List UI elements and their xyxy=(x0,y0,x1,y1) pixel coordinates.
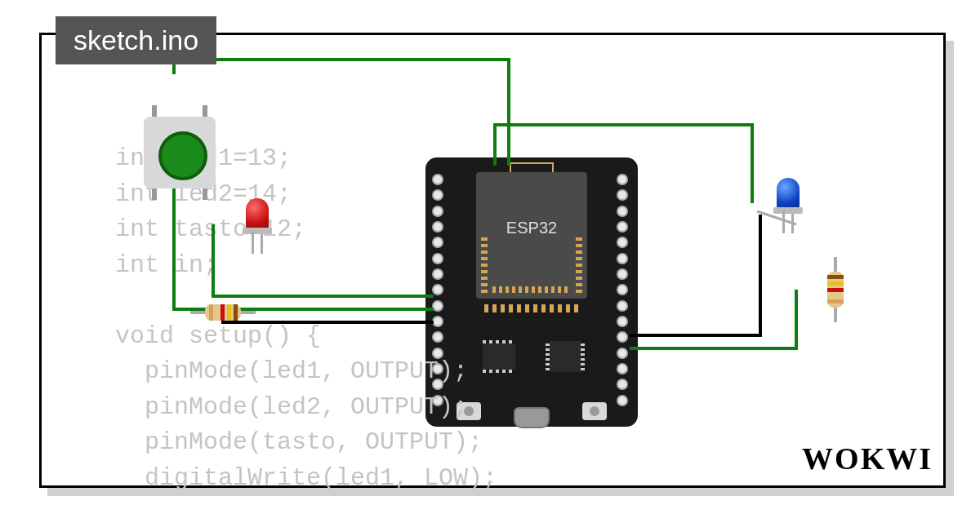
resistor-band xyxy=(827,281,844,286)
resistor-band xyxy=(209,304,213,321)
led-red[interactable] xyxy=(246,198,269,229)
button-leg xyxy=(203,105,207,117)
wokwi-logo: WOKWI xyxy=(802,441,933,476)
led-base xyxy=(773,207,803,214)
led-blue[interactable] xyxy=(777,178,800,209)
filename-label: sketch.ino xyxy=(74,24,198,55)
resistor-band xyxy=(827,275,844,279)
button-leg xyxy=(203,188,207,200)
resistor-body xyxy=(827,272,844,308)
resistor-lead xyxy=(190,311,205,314)
resistor-band xyxy=(220,304,225,321)
led-anode xyxy=(782,210,785,233)
resistor-1[interactable] xyxy=(190,303,256,322)
button-leg xyxy=(152,188,157,200)
led-cathode xyxy=(261,234,263,254)
led-cathode xyxy=(791,214,794,233)
resistor-band xyxy=(827,299,844,304)
resistor-band xyxy=(227,304,231,321)
wire-layer xyxy=(42,35,948,490)
resistor-band xyxy=(827,288,844,292)
led-anode xyxy=(252,231,254,254)
main-frame: int led1=13; int led2=14; int tasto=12; … xyxy=(39,33,946,488)
led-base xyxy=(243,228,272,234)
pushbutton-component[interactable] xyxy=(144,117,216,188)
resistor-lead xyxy=(834,308,837,322)
resistor-lead xyxy=(241,311,256,314)
filename-tab[interactable]: sketch.ino xyxy=(56,16,216,64)
resistor-2[interactable] xyxy=(826,257,845,322)
resistor-body xyxy=(205,304,241,321)
resistor-lead xyxy=(834,257,837,272)
button-leg xyxy=(152,105,157,117)
resistor-band xyxy=(234,304,238,321)
